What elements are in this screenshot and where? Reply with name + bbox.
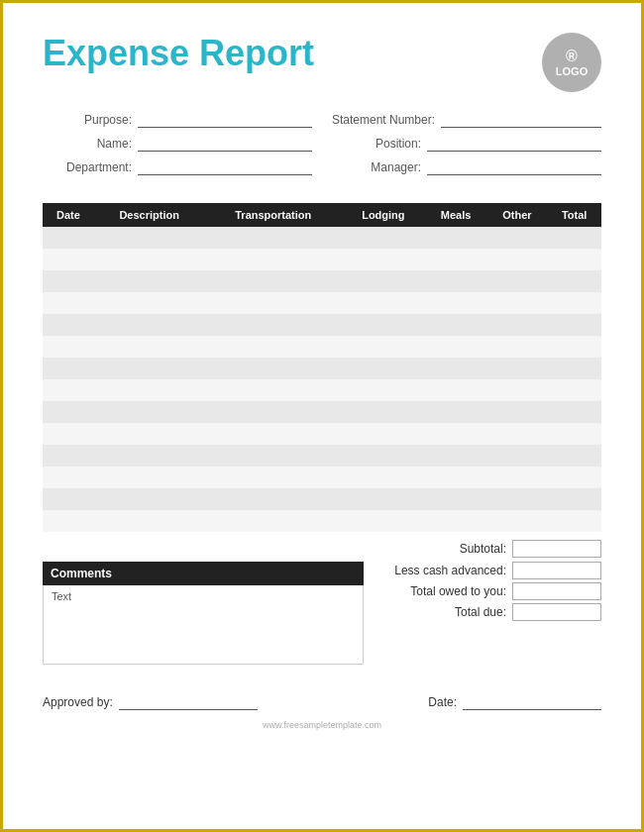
table-cell[interactable] xyxy=(205,423,343,445)
table-cell[interactable] xyxy=(547,510,601,532)
table-cell[interactable] xyxy=(43,358,94,379)
table-cell[interactable] xyxy=(205,249,343,270)
name-field[interactable] xyxy=(138,136,312,152)
table-cell[interactable] xyxy=(205,358,343,379)
table-cell[interactable] xyxy=(547,227,601,249)
table-cell[interactable] xyxy=(43,488,94,510)
table-cell[interactable] xyxy=(547,292,601,314)
table-cell[interactable] xyxy=(205,379,343,401)
table-cell[interactable] xyxy=(425,467,487,488)
table-cell[interactable] xyxy=(94,401,205,423)
table-cell[interactable] xyxy=(425,314,487,336)
table-cell[interactable] xyxy=(425,445,487,467)
table-cell[interactable] xyxy=(205,401,343,423)
table-cell[interactable] xyxy=(342,401,425,423)
table-cell[interactable] xyxy=(547,249,601,270)
table-cell[interactable] xyxy=(487,445,548,467)
table-cell[interactable] xyxy=(487,336,548,358)
table-cell[interactable] xyxy=(43,510,94,532)
total-due-field[interactable] xyxy=(512,603,601,621)
less-cash-field[interactable] xyxy=(512,562,601,579)
table-cell[interactable] xyxy=(425,336,487,358)
table-cell[interactable] xyxy=(342,423,425,445)
statement-field[interactable] xyxy=(441,112,601,128)
table-cell[interactable] xyxy=(487,510,548,532)
table-cell[interactable] xyxy=(425,358,487,379)
table-cell[interactable] xyxy=(342,379,425,401)
department-field[interactable] xyxy=(138,159,312,175)
table-cell[interactable] xyxy=(425,488,487,510)
table-cell[interactable] xyxy=(43,467,94,488)
table-cell[interactable] xyxy=(205,510,343,532)
table-cell[interactable] xyxy=(547,336,601,358)
table-cell[interactable] xyxy=(205,227,343,249)
table-cell[interactable] xyxy=(342,510,425,532)
table-cell[interactable] xyxy=(487,314,548,336)
subtotal-field[interactable] xyxy=(512,540,601,558)
approved-by-field[interactable] xyxy=(119,694,258,710)
table-cell[interactable] xyxy=(425,249,487,270)
table-cell[interactable] xyxy=(94,292,205,314)
table-cell[interactable] xyxy=(425,423,487,445)
table-cell[interactable] xyxy=(487,249,548,270)
table-cell[interactable] xyxy=(487,358,548,379)
table-cell[interactable] xyxy=(43,401,94,423)
table-cell[interactable] xyxy=(547,379,601,401)
table-cell[interactable] xyxy=(205,445,343,467)
table-cell[interactable] xyxy=(425,292,487,314)
table-cell[interactable] xyxy=(94,227,205,249)
table-cell[interactable] xyxy=(94,423,205,445)
table-cell[interactable] xyxy=(94,270,205,292)
table-cell[interactable] xyxy=(43,336,94,358)
table-cell[interactable] xyxy=(425,510,487,532)
table-cell[interactable] xyxy=(547,314,601,336)
table-cell[interactable] xyxy=(205,467,343,488)
table-cell[interactable] xyxy=(43,292,94,314)
table-cell[interactable] xyxy=(425,401,487,423)
table-cell[interactable] xyxy=(425,379,487,401)
table-cell[interactable] xyxy=(547,270,601,292)
table-cell[interactable] xyxy=(547,401,601,423)
table-cell[interactable] xyxy=(547,358,601,379)
table-cell[interactable] xyxy=(487,401,548,423)
table-cell[interactable] xyxy=(487,270,548,292)
table-cell[interactable] xyxy=(205,488,343,510)
table-cell[interactable] xyxy=(43,379,94,401)
table-cell[interactable] xyxy=(425,227,487,249)
table-cell[interactable] xyxy=(94,314,205,336)
table-cell[interactable] xyxy=(43,249,94,270)
table-cell[interactable] xyxy=(94,467,205,488)
table-cell[interactable] xyxy=(342,488,425,510)
table-cell[interactable] xyxy=(487,379,548,401)
table-cell[interactable] xyxy=(487,227,548,249)
table-cell[interactable] xyxy=(43,314,94,336)
table-cell[interactable] xyxy=(43,270,94,292)
table-cell[interactable] xyxy=(43,227,94,249)
manager-field[interactable] xyxy=(427,159,601,175)
table-cell[interactable] xyxy=(342,336,425,358)
table-cell[interactable] xyxy=(342,314,425,336)
table-cell[interactable] xyxy=(342,358,425,379)
comments-body[interactable]: Text xyxy=(43,585,364,665)
table-cell[interactable] xyxy=(94,358,205,379)
total-owed-field[interactable] xyxy=(512,582,601,600)
table-cell[interactable] xyxy=(94,379,205,401)
table-cell[interactable] xyxy=(205,336,343,358)
date-field[interactable] xyxy=(463,694,601,710)
table-cell[interactable] xyxy=(43,423,94,445)
purpose-field[interactable] xyxy=(138,112,312,128)
table-cell[interactable] xyxy=(205,292,343,314)
table-cell[interactable] xyxy=(487,423,548,445)
table-cell[interactable] xyxy=(205,270,343,292)
table-cell[interactable] xyxy=(94,445,205,467)
table-cell[interactable] xyxy=(547,488,601,510)
table-cell[interactable] xyxy=(94,510,205,532)
table-cell[interactable] xyxy=(43,445,94,467)
table-cell[interactable] xyxy=(342,270,425,292)
table-cell[interactable] xyxy=(205,314,343,336)
position-field[interactable] xyxy=(427,136,601,152)
table-cell[interactable] xyxy=(342,249,425,270)
table-cell[interactable] xyxy=(547,467,601,488)
table-cell[interactable] xyxy=(547,445,601,467)
table-cell[interactable] xyxy=(342,227,425,249)
